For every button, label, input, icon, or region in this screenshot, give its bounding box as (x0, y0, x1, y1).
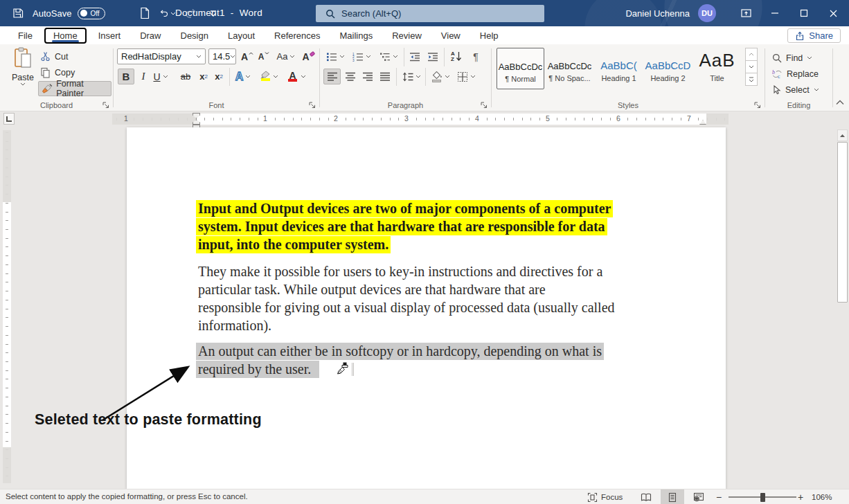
bullets-button[interactable] (324, 48, 346, 64)
minimize-button[interactable] (760, 0, 789, 26)
avatar[interactable]: DU (698, 4, 716, 22)
tab-insert[interactable]: Insert (89, 28, 131, 44)
underline-button[interactable]: U (151, 69, 170, 84)
styles-scroll-down-button[interactable] (745, 60, 758, 73)
web-layout-button[interactable] (687, 489, 711, 504)
styles-dialog-launcher-icon[interactable] (753, 101, 761, 109)
read-mode-button[interactable] (634, 489, 658, 504)
text-effects-button[interactable]: A (233, 69, 253, 84)
font-name-combo[interactable]: RedHatDisplay (117, 48, 206, 64)
grow-font-button[interactable]: A (240, 48, 255, 64)
style-heading-1[interactable]: AaBbC( Heading 1 (595, 48, 643, 89)
bullet-list-icon (326, 52, 337, 62)
font-size-combo[interactable]: 14.5 (208, 48, 236, 64)
format-painter-button[interactable]: Format Painter (38, 81, 111, 96)
style-title[interactable]: AaB Title (693, 48, 741, 89)
tab-draw[interactable]: Draw (130, 28, 170, 44)
tab-design[interactable]: Design (171, 28, 218, 44)
tab-home[interactable]: Home (44, 28, 87, 44)
show-paragraph-marks-button[interactable]: ¶ (468, 48, 483, 64)
shading-button[interactable] (429, 69, 452, 84)
cut-button[interactable]: Cut (40, 49, 68, 64)
borders-button[interactable] (454, 69, 478, 84)
tab-view[interactable]: View (431, 28, 470, 44)
styles-scroll-up-button[interactable] (745, 48, 758, 61)
font-dialog-launcher-icon[interactable] (308, 101, 316, 109)
select-button[interactable]: Select (772, 82, 819, 97)
save-icon[interactable] (10, 4, 26, 22)
superscript-button[interactable]: x2 (212, 69, 226, 84)
ruler-number: 3 (404, 114, 409, 123)
undo-button[interactable] (159, 4, 176, 22)
paragraph-selected[interactable]: An output can either be in softcopy or i… (196, 342, 604, 378)
read-mode-icon (641, 492, 652, 502)
align-right-button[interactable] (360, 69, 375, 84)
clear-formatting-button[interactable]: A (301, 48, 317, 64)
share-button[interactable]: Share (787, 28, 841, 43)
copy-button[interactable]: Copy (40, 65, 75, 80)
numbered-list-icon: 1 2 3 (352, 52, 364, 62)
numbering-button[interactable]: 1 2 3 (350, 48, 373, 64)
multilevel-list-button[interactable] (377, 48, 400, 64)
find-button[interactable]: Find (772, 51, 812, 65)
ribbon-display-options-button[interactable] (731, 0, 760, 26)
subscript-button[interactable]: x2 (197, 69, 211, 84)
line-spacing-button[interactable] (400, 69, 422, 84)
scroll-up-button[interactable] (837, 129, 848, 141)
tab-mailings[interactable]: Mailings (330, 28, 383, 44)
text-cursor (352, 363, 354, 376)
vertical-ruler[interactable] (3, 130, 11, 483)
paragraph-dialog-launcher-icon[interactable] (480, 101, 488, 109)
print-layout-icon (668, 492, 677, 503)
bold-button[interactable]: B (118, 69, 134, 84)
select-cursor-icon (772, 85, 781, 95)
decrease-indent-button[interactable] (407, 48, 422, 64)
tab-file[interactable]: File (8, 28, 42, 44)
clipboard-dialog-launcher-icon[interactable] (102, 101, 109, 109)
styles-gallery-more-button[interactable] (745, 73, 758, 86)
replace-button[interactable]: b c Replace (772, 66, 819, 81)
align-center-button[interactable] (343, 69, 358, 84)
paste-button[interactable]: Paste (7, 47, 39, 107)
user-name[interactable]: Daniel Uchenna (625, 8, 690, 19)
zoom-out-button[interactable]: − (716, 489, 722, 504)
style-normal[interactable]: AaBbCcDc ¶ Normal (497, 48, 544, 89)
zoom-level[interactable]: 106% (812, 489, 832, 504)
horizontal-ruler[interactable]: 1 1 2 3 4 5 6 7 (112, 114, 729, 125)
increase-indent-button[interactable] (425, 48, 440, 64)
align-left-button[interactable] (323, 69, 341, 84)
new-document-icon[interactable] (136, 4, 153, 22)
sort-button[interactable]: AZ (447, 48, 465, 64)
tab-help[interactable]: Help (470, 28, 508, 44)
paragraph-body[interactable]: They make it possible for users to key-i… (196, 262, 617, 334)
font-color-button[interactable]: A (285, 69, 307, 84)
style-no-spacing[interactable]: AaBbCcDc ¶ No Spac... (546, 48, 593, 89)
tab-layout[interactable]: Layout (218, 28, 265, 44)
tab-references[interactable]: References (265, 28, 330, 44)
zoom-in-button[interactable]: + (798, 489, 803, 504)
document-page[interactable]: Input and Output devices are two of majo… (127, 127, 726, 489)
collapse-ribbon-button[interactable] (836, 98, 844, 107)
italic-button[interactable]: I (137, 69, 150, 84)
tab-stop-selector[interactable] (3, 113, 15, 125)
autosave-state: Off (90, 10, 99, 17)
zoom-slider-thumb[interactable] (760, 493, 765, 502)
close-button[interactable] (819, 0, 848, 26)
font-color-icon: A (287, 71, 298, 83)
justify-button[interactable] (377, 69, 393, 84)
focus-mode-button[interactable]: Focus (587, 489, 623, 504)
align-left-icon (327, 72, 338, 81)
print-layout-button[interactable] (661, 489, 684, 504)
vertical-scrollbar-thumb[interactable] (837, 142, 848, 303)
maximize-button[interactable] (789, 0, 819, 26)
paragraph-highlighted[interactable]: Input and Output devices are two of majo… (196, 199, 613, 253)
style-heading-2[interactable]: AaBbCcD Heading 2 (644, 48, 692, 89)
search-input[interactable]: Search (Alt+Q) (316, 5, 544, 22)
tab-review[interactable]: Review (382, 28, 431, 44)
highlight-color-button[interactable] (258, 69, 280, 84)
change-case-button[interactable]: Aa (275, 48, 297, 64)
right-indent-marker[interactable] (699, 120, 706, 125)
strikethrough-button[interactable]: ab (177, 69, 194, 84)
shrink-font-button[interactable]: A (256, 48, 271, 64)
autosave-toggle[interactable]: Off (78, 8, 105, 19)
